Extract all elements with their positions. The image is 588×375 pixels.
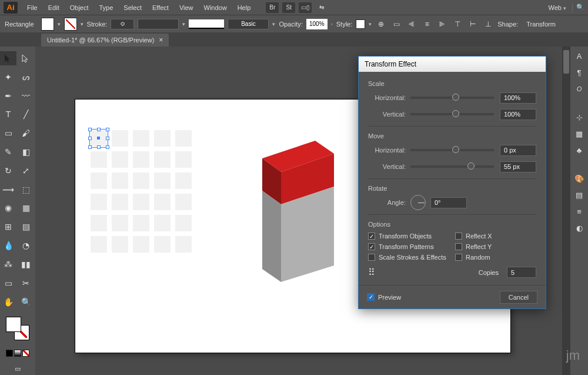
scale-vertical-slider[interactable] (410, 113, 494, 115)
scale-tool[interactable]: ⤢ (18, 164, 34, 178)
width-tool[interactable]: ⟿ (0, 182, 16, 197)
align-hcenter-icon[interactable]: ≡ (421, 18, 433, 30)
pathfinder-panel-icon[interactable]: ♣ (573, 144, 585, 156)
perspective-grid-tool[interactable]: ▦ (18, 201, 34, 215)
curvature-tool[interactable]: 〰 (18, 89, 34, 103)
paintbrush-tool[interactable]: 🖌 (18, 126, 34, 140)
move-vertical-input[interactable]: 55 px (500, 161, 536, 172)
slice-tool[interactable]: ✂ (18, 276, 34, 290)
recolor-icon[interactable]: ⊕ (375, 18, 387, 30)
fill-swatch[interactable] (41, 18, 54, 31)
rotate-tool[interactable]: ↻ (0, 164, 16, 178)
shape-button[interactable]: Shape: (497, 21, 518, 28)
menu-view[interactable]: View (175, 2, 198, 13)
align-left-icon[interactable]: ⫷ (406, 18, 417, 30)
random-checkbox[interactable]: Random (455, 254, 536, 261)
shaper-tool[interactable]: ✎ (0, 145, 16, 159)
lasso-tool[interactable]: ᔕ (18, 70, 34, 84)
menu-effect[interactable]: Effect (148, 2, 173, 13)
menu-file[interactable]: File (22, 2, 42, 13)
align-bottom-icon[interactable]: ⊥ (482, 18, 494, 30)
hand-tool[interactable]: ✋ (0, 295, 16, 309)
search-icon[interactable]: 🔍 (576, 4, 584, 11)
color-panel-icon[interactable]: 🎨 (573, 172, 585, 184)
menu-window[interactable]: Window (199, 2, 232, 13)
menu-help[interactable]: Help (233, 2, 256, 13)
scale-strokes-checkbox[interactable]: Scale Strokes & Effects (368, 254, 449, 261)
transparency-panel-icon[interactable]: ◐ (573, 222, 585, 234)
reflect-x-checkbox[interactable]: Reflect X (455, 233, 536, 240)
preview-checkbox[interactable]: ✓Preview (367, 293, 401, 301)
align-top-icon[interactable]: ⊤ (452, 18, 463, 30)
document-tab[interactable]: Untitled-1* @ 66.67% (RGB/Preview) × (41, 34, 169, 47)
stroke-weight-input[interactable]: ≎ (111, 19, 134, 29)
arrange-icon[interactable]: ▭▯ (299, 2, 312, 13)
scale-vertical-input[interactable]: 100% (500, 109, 536, 120)
scale-horizontal-slider[interactable] (410, 97, 494, 99)
variable-width-profile[interactable] (138, 19, 179, 29)
align-right-icon[interactable]: ⫸ (436, 18, 448, 30)
shape-builder-tool[interactable]: ◉ (0, 201, 16, 215)
stroke-panel-icon[interactable]: ≡ (573, 205, 585, 217)
type-tool[interactable]: T (0, 107, 16, 121)
color-mode-icon[interactable] (6, 350, 13, 357)
type-panel-icon[interactable]: A (573, 50, 585, 62)
opacity-input[interactable]: 100% (306, 19, 328, 29)
opentype-panel-icon[interactable]: O (573, 83, 585, 95)
style-swatch[interactable] (356, 19, 365, 29)
close-tab-icon[interactable]: × (159, 36, 163, 44)
menu-type[interactable]: Type (95, 2, 118, 13)
selection-tool[interactable] (0, 51, 16, 65)
magic-wand-tool[interactable]: ✦ (0, 70, 16, 84)
paragraph-panel-icon[interactable]: ¶ (573, 67, 585, 78)
direct-selection-tool[interactable] (18, 51, 34, 65)
copies-input[interactable]: 5 (507, 267, 536, 278)
vertical-scrollbar[interactable] (562, 47, 570, 375)
pen-tool[interactable]: ✒ (0, 89, 16, 103)
transform-panel-icon[interactable]: ⊹ (573, 111, 585, 123)
stock-icon[interactable]: St (282, 2, 295, 13)
mesh-tool[interactable]: ⊞ (0, 220, 16, 234)
swatches-panel-icon[interactable]: ▤ (573, 189, 585, 201)
move-horizontal-slider[interactable] (410, 149, 494, 151)
reference-point-icon[interactable]: ⠿ (368, 267, 374, 278)
sync-icon[interactable]: ⇆ (315, 2, 328, 13)
align-panel-icon[interactable]: ▦ (573, 128, 585, 140)
transform-button[interactable]: Transform (526, 21, 556, 28)
eraser-tool[interactable]: ◧ (18, 145, 34, 159)
rotate-angle-input[interactable]: 0° (430, 197, 467, 208)
move-vertical-slider[interactable] (410, 165, 494, 168)
artboard-tool[interactable]: ▭ (0, 276, 16, 290)
menu-edit[interactable]: Edit (44, 2, 64, 13)
stroke-swatch[interactable] (64, 18, 77, 31)
transform-objects-checkbox[interactable]: Transform Objects (368, 233, 449, 240)
bridge-icon[interactable]: Br (266, 2, 279, 13)
selection-bounding-box[interactable] (89, 129, 108, 148)
gradient-mode-icon[interactable] (14, 350, 21, 357)
none-mode-icon[interactable] (22, 350, 29, 357)
brush-definition[interactable]: Basic (228, 19, 269, 29)
fill-stroke-swatches[interactable] (6, 317, 29, 340)
zoom-tool[interactable]: 🔍 (18, 295, 34, 309)
screen-mode-icon[interactable]: ▭ (0, 365, 35, 373)
eyedropper-tool[interactable]: 💧 (0, 238, 16, 253)
dialog-titlebar[interactable]: Transform Effect (359, 57, 546, 72)
menu-object[interactable]: Object (65, 2, 93, 13)
reflect-y-checkbox[interactable]: Reflect Y (455, 243, 536, 250)
align-vcenter-icon[interactable]: ⊢ (467, 18, 479, 30)
column-graph-tool[interactable]: ▮▮ (18, 257, 34, 271)
line-segment-tool[interactable]: ╱ (18, 107, 34, 121)
align-panel-icon[interactable]: ▭ (390, 18, 402, 30)
symbol-sprayer-tool[interactable]: ⁂ (0, 257, 16, 271)
cancel-button[interactable]: Cancel (500, 291, 537, 304)
blend-tool[interactable]: ◔ (18, 238, 34, 253)
scale-horizontal-input[interactable]: 100% (500, 92, 536, 104)
free-transform-tool[interactable]: ⬚ (18, 182, 34, 197)
menu-select[interactable]: Select (119, 2, 146, 13)
rectangle-tool[interactable]: ▭ (0, 126, 16, 140)
rotate-angle-dial[interactable] (410, 195, 426, 210)
workspace-switcher[interactable]: Web ▾ (546, 3, 569, 12)
move-horizontal-input[interactable]: 0 px (500, 145, 536, 156)
transform-patterns-checkbox[interactable]: Transform Patterns (368, 243, 449, 250)
gradient-tool[interactable]: ▤ (18, 220, 34, 234)
